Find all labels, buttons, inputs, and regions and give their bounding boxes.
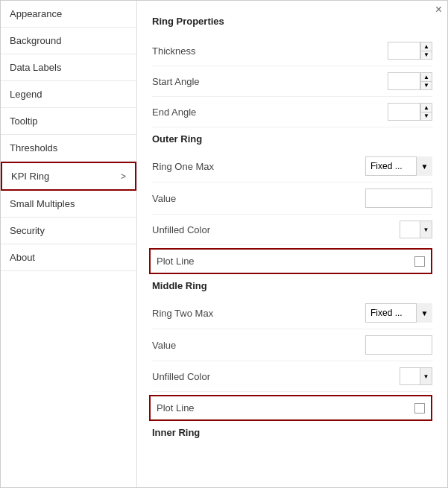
ring-two-max-control: Fixed ... ▼	[365, 303, 432, 323]
end-angle-row: End Angle 90 ▲ ▼	[152, 97, 432, 127]
outer-unfilled-color-row: Unfilled Color ▼	[152, 215, 432, 245]
inner-ring-section: Inner Ring	[152, 427, 432, 438]
outer-unfilled-color-label: Unfilled Color	[152, 224, 400, 235]
sidebar-item-label: Small Multiples	[10, 198, 75, 209]
sidebar-item-background[interactable]: Background	[1, 28, 136, 54]
middle-value-control: 100	[365, 335, 432, 355]
middle-plot-line-control	[414, 403, 425, 413]
start-angle-down-button[interactable]: ▼	[420, 81, 432, 90]
end-angle-control: 90 ▲ ▼	[388, 103, 432, 121]
outer-value-control: 100	[365, 188, 432, 208]
outer-unfilled-color-control: ▼	[400, 221, 432, 238]
ring-one-max-select[interactable]: Fixed ...	[365, 156, 432, 176]
sidebar-item-label: About	[10, 252, 35, 263]
sidebar-item-appearance[interactable]: Appearance	[1, 1, 136, 28]
start-angle-input[interactable]: 90	[388, 72, 420, 90]
outer-color-box[interactable]	[400, 221, 420, 238]
sidebar-item-label: Background	[10, 35, 61, 46]
middle-plot-line-row: Plot Line	[149, 395, 432, 421]
start-angle-control: 90 ▲ ▼	[388, 72, 432, 90]
sidebar-item-thresholds[interactable]: Thresholds	[1, 135, 136, 162]
middle-color-box[interactable]	[400, 367, 420, 385]
middle-ring-section: Middle Ring Ring Two Max Fixed ... ▼ Val…	[152, 280, 432, 421]
thickness-spinner-buttons: ▲ ▼	[420, 42, 432, 60]
sidebar-item-label: Tooltip	[10, 115, 38, 127]
ring-one-max-control: Fixed ... ▼	[365, 156, 432, 176]
middle-plot-line-label: Plot Line	[157, 402, 414, 413]
thickness-row: Thickness 24 ▲ ▼	[152, 36, 432, 66]
outer-value-label: Value	[152, 193, 365, 204]
sidebar-item-label: Legend	[10, 89, 42, 100]
start-angle-up-button[interactable]: ▲	[420, 72, 432, 81]
outer-plot-line-row: Plot Line	[149, 248, 432, 274]
sidebar-item-legend[interactable]: Legend	[1, 81, 136, 108]
start-angle-spinner-buttons: ▲ ▼	[420, 72, 432, 90]
middle-unfilled-color-label: Unfilled Color	[152, 371, 400, 382]
sidebar-item-label: KPI Ring	[11, 171, 49, 182]
sidebar-item-label: Appearance	[10, 8, 62, 19]
sidebar-item-security[interactable]: Security	[1, 218, 136, 244]
outer-color-dropdown-button[interactable]: ▼	[420, 221, 432, 238]
middle-color-dropdown-button[interactable]: ▼	[420, 367, 432, 385]
ring-properties-title: Ring Properties	[152, 16, 432, 27]
sidebar: Appearance Background Data Labels Legend…	[1, 1, 137, 487]
sidebar-item-small-multiples[interactable]: Small Multiples	[1, 191, 136, 218]
main-content: Ring Properties Thickness 24 ▲ ▼ Start A…	[137, 1, 447, 487]
sidebar-item-data-labels[interactable]: Data Labels	[1, 54, 136, 81]
end-angle-label: End Angle	[152, 107, 388, 118]
outer-value-row: Value 100	[152, 183, 432, 215]
middle-unfilled-color-row: Unfilled Color ▼	[152, 361, 432, 392]
outer-plot-line-checkbox[interactable]	[414, 256, 425, 267]
thickness-control: 24 ▲ ▼	[388, 42, 432, 60]
end-angle-down-button[interactable]: ▼	[420, 112, 432, 121]
end-angle-up-button[interactable]: ▲	[420, 103, 432, 112]
thickness-input[interactable]: 24	[388, 42, 420, 60]
ring-two-max-row: Ring Two Max Fixed ... ▼	[152, 297, 432, 329]
outer-ring-title: Outer Ring	[152, 133, 432, 145]
end-angle-spinner-buttons: ▲ ▼	[420, 103, 432, 121]
thickness-label: Thickness	[152, 45, 388, 57]
middle-unfilled-color-control: ▼	[400, 367, 432, 385]
thickness-up-button[interactable]: ▲	[420, 42, 432, 51]
ring-two-max-select[interactable]: Fixed ...	[365, 303, 432, 323]
sidebar-item-label: Security	[10, 225, 45, 236]
middle-value-input[interactable]: 100	[365, 335, 432, 355]
outer-value-input[interactable]: 100	[365, 188, 432, 208]
start-angle-label: Start Angle	[152, 76, 388, 87]
outer-plot-line-control	[414, 256, 425, 267]
sidebar-item-about[interactable]: About	[1, 244, 136, 271]
outer-plot-line-label: Plot Line	[157, 256, 414, 267]
inner-ring-title: Inner Ring	[152, 427, 432, 438]
ring-properties-section: Ring Properties Thickness 24 ▲ ▼ Start A…	[152, 16, 432, 127]
middle-value-label: Value	[152, 340, 365, 351]
sidebar-item-label: Thresholds	[10, 142, 57, 153]
sidebar-item-tooltip[interactable]: Tooltip	[1, 108, 136, 135]
ring-one-max-row: Ring One Max Fixed ... ▼	[152, 150, 432, 183]
sidebar-item-label: Data Labels	[10, 62, 61, 73]
ring-one-max-label: Ring One Max	[152, 161, 365, 172]
end-angle-input[interactable]: 90	[388, 103, 420, 121]
middle-plot-line-checkbox[interactable]	[414, 403, 425, 413]
middle-value-row: Value 100	[152, 329, 432, 361]
outer-ring-section: Outer Ring Ring One Max Fixed ... ▼ Valu…	[152, 133, 432, 274]
chevron-right-icon: >	[121, 171, 126, 182]
ring-two-max-label: Ring Two Max	[152, 308, 365, 319]
sidebar-item-kpi-ring[interactable]: KPI Ring >	[1, 162, 136, 191]
thickness-down-button[interactable]: ▼	[420, 51, 432, 60]
middle-ring-title: Middle Ring	[152, 280, 432, 291]
close-button[interactable]: ×	[435, 3, 442, 16]
start-angle-row: Start Angle 90 ▲ ▼	[152, 66, 432, 97]
